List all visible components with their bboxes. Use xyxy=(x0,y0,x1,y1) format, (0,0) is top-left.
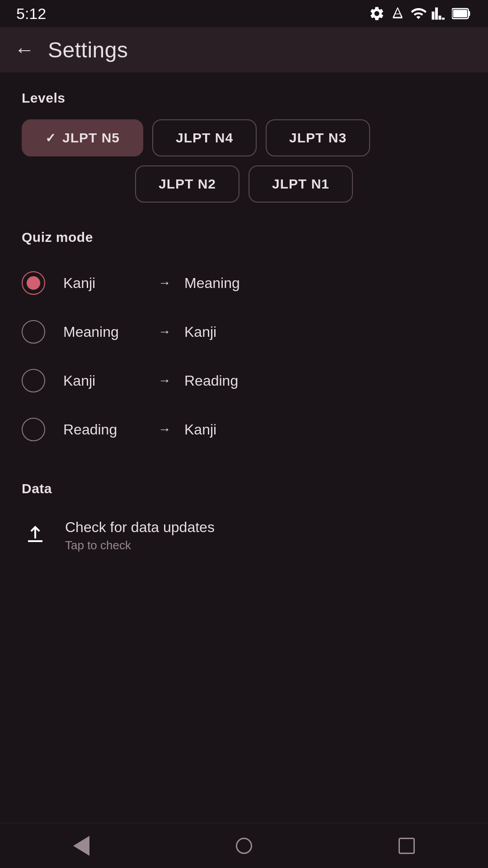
quiz-option-reading-kanji[interactable]: Reading → Kanji xyxy=(22,405,466,454)
quiz-label-kanji-reading: Kanji → Reading xyxy=(63,373,466,389)
quiz-to-1: Kanji xyxy=(184,324,216,340)
quiz-mode-section-label: Quiz mode xyxy=(22,230,466,245)
header: ← Settings xyxy=(0,27,488,72)
level-btn-n2[interactable]: JLPT N2 xyxy=(135,165,239,203)
arrow-icon-0: → xyxy=(158,276,171,290)
back-triangle-icon xyxy=(73,836,89,856)
quiz-from-2: Kanji xyxy=(63,373,145,389)
check-updates-item[interactable]: Check for data updates Tap to check xyxy=(22,510,466,561)
page-title: Settings xyxy=(48,38,128,62)
quiz-option-kanji-reading[interactable]: Kanji → Reading xyxy=(22,356,466,405)
nav-recent-button[interactable] xyxy=(371,829,442,863)
recent-square-icon xyxy=(399,838,415,854)
check-updates-text: Check for data updates Tap to check xyxy=(65,519,215,552)
radio-reading-kanji xyxy=(22,418,45,441)
status-icons xyxy=(369,5,472,22)
level-n5-label: JLPT N5 xyxy=(62,130,120,146)
nav-back-button[interactable] xyxy=(46,827,117,865)
settings-icon xyxy=(369,5,385,22)
upload-svg xyxy=(24,524,46,547)
checkmark-icon: ✓ xyxy=(45,131,56,146)
quiz-to-3: Kanji xyxy=(184,421,216,438)
radio-meaning-kanji xyxy=(22,320,45,344)
signal-icon xyxy=(431,5,447,22)
quiz-from-0: Kanji xyxy=(63,275,145,292)
quiz-label-kanji-meaning: Kanji → Meaning xyxy=(63,275,466,292)
battery-icon xyxy=(452,5,472,22)
text-a-icon xyxy=(389,5,406,22)
upload-icon xyxy=(22,522,49,549)
svg-rect-1 xyxy=(469,11,470,16)
level-n4-label: JLPT N4 xyxy=(176,130,233,145)
bottom-nav xyxy=(0,823,488,868)
levels-section-label: Levels xyxy=(22,90,466,106)
radio-inner-selected xyxy=(27,276,40,290)
levels-row-2: JLPT N2 JLPT N1 xyxy=(22,165,466,203)
quiz-to-0: Meaning xyxy=(184,275,240,292)
quiz-mode-section: Quiz mode Kanji → Meaning Meaning → Kanj… xyxy=(22,230,466,454)
check-updates-subtitle: Tap to check xyxy=(65,538,215,552)
check-updates-title: Check for data updates xyxy=(65,519,215,536)
svg-rect-2 xyxy=(453,10,467,18)
data-section-label: Data xyxy=(22,481,466,496)
status-time: 5:12 xyxy=(16,5,46,23)
home-circle-icon xyxy=(236,838,252,854)
quiz-label-meaning-kanji: Meaning → Kanji xyxy=(63,324,466,340)
level-btn-n1[interactable]: JLPT N1 xyxy=(249,165,353,203)
quiz-to-2: Reading xyxy=(184,373,238,389)
level-btn-n4[interactable]: JLPT N4 xyxy=(152,119,257,156)
quiz-from-1: Meaning xyxy=(63,324,145,340)
data-section: Data Check for data updates Tap to check xyxy=(22,481,466,561)
upload-icon-inner xyxy=(24,524,46,547)
arrow-icon-2: → xyxy=(158,373,171,388)
level-n1-label: JLPT N1 xyxy=(272,176,329,191)
main-content: Levels ✓ JLPT N5 JLPT N4 JLPT N3 JLPT N2… xyxy=(0,72,488,580)
level-n3-label: JLPT N3 xyxy=(289,130,347,145)
quiz-from-3: Reading xyxy=(63,421,145,438)
level-n2-label: JLPT N2 xyxy=(159,176,216,191)
status-bar: 5:12 xyxy=(0,0,488,27)
level-btn-n3[interactable]: JLPT N3 xyxy=(266,119,370,156)
quiz-option-meaning-kanji[interactable]: Meaning → Kanji xyxy=(22,307,466,356)
radio-kanji-meaning xyxy=(22,271,45,295)
arrow-icon-1: → xyxy=(158,325,171,339)
levels-row-1: ✓ JLPT N5 JLPT N4 JLPT N3 xyxy=(22,119,466,156)
wifi-icon xyxy=(410,5,427,22)
quiz-label-reading-kanji: Reading → Kanji xyxy=(63,421,466,438)
level-btn-n5[interactable]: ✓ JLPT N5 xyxy=(22,119,143,156)
back-button[interactable]: ← xyxy=(14,40,34,60)
nav-home-button[interactable] xyxy=(209,829,279,863)
radio-kanji-reading xyxy=(22,369,45,392)
arrow-icon-3: → xyxy=(158,422,171,437)
quiz-option-kanji-meaning[interactable]: Kanji → Meaning xyxy=(22,259,466,307)
